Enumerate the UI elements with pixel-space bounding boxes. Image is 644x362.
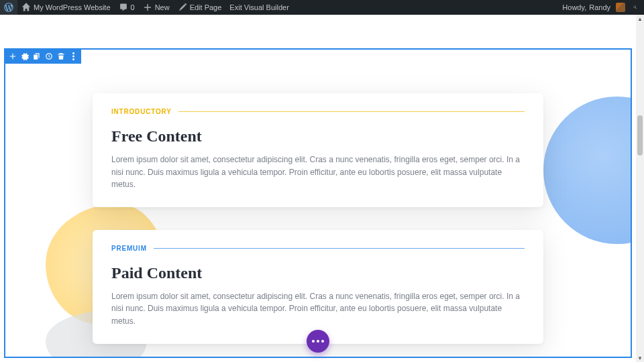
section-save-library-button[interactable] (44, 51, 54, 62)
new-label: New (155, 0, 170, 15)
pencil-icon (178, 3, 187, 12)
exit-vb-label: Exit Visual Builder (229, 0, 288, 15)
site-name-label: My WordPress Website (34, 0, 111, 15)
svg-point-2 (72, 58, 74, 60)
section-more-button[interactable] (68, 51, 78, 62)
dot-icon (321, 340, 324, 343)
section-duplicate-button[interactable] (32, 51, 42, 62)
section-settings-button[interactable] (19, 51, 30, 62)
card-body: Lorem ipsum dolor sit amet, consectetur … (111, 290, 525, 328)
site-name-menu[interactable]: My WordPress Website (17, 0, 115, 15)
plus-icon (143, 3, 152, 12)
howdy-account-menu[interactable]: Howdy, Randy (558, 0, 629, 15)
card-introductory[interactable]: INTRODUCTORY Free Content Lorem ipsum do… (93, 93, 543, 207)
section-delete-button[interactable] (56, 51, 66, 62)
dot-icon (317, 340, 319, 343)
section-controls-toolbar (5, 49, 81, 64)
eyebrow-row: PREMUIM (111, 245, 525, 252)
wp-admin-bar: My WordPress Website 0 New Edit Page Exi… (0, 0, 644, 15)
card-premium[interactable]: PREMUIM Paid Content Lorem ipsum dolor s… (93, 230, 543, 344)
eyebrow-label: INTRODUCTORY (111, 108, 172, 115)
eyebrow-label: PREMUIM (111, 245, 147, 252)
wordpress-icon (4, 3, 13, 12)
divider-line (154, 248, 525, 249)
comments-menu[interactable]: 0 (115, 0, 139, 15)
cards-column: INTRODUCTORY Free Content Lorem ipsum do… (5, 50, 631, 344)
admin-bar-search[interactable] (629, 0, 641, 15)
builder-canvas: INTRODUCTORY Free Content Lorem ipsum do… (0, 15, 636, 362)
comments-count: 0 (131, 0, 135, 15)
section-add-button[interactable] (7, 51, 18, 62)
scroll-down-arrow[interactable]: ▼ (636, 354, 644, 362)
dot-icon (312, 340, 315, 343)
svg-point-0 (72, 52, 74, 54)
howdy-username: Randy (589, 0, 610, 15)
scrollbar-thumb[interactable] (637, 115, 643, 156)
window-scrollbar[interactable]: ▲ ▼ (636, 15, 644, 362)
search-icon (633, 3, 637, 12)
divider-line (178, 111, 525, 112)
card-body: Lorem ipsum dolor sit amet, consectetur … (111, 154, 525, 191)
section-selected[interactable]: INTRODUCTORY Free Content Lorem ipsum do… (4, 48, 632, 358)
card-title: Free Content (111, 127, 525, 145)
new-menu[interactable]: New (139, 0, 174, 15)
avatar (616, 3, 625, 12)
exit-visual-builder[interactable]: Exit Visual Builder (225, 0, 292, 15)
home-icon (21, 3, 31, 12)
eyebrow-row: INTRODUCTORY (111, 108, 525, 115)
wp-logo-menu[interactable] (0, 0, 17, 15)
comment-icon (119, 3, 128, 12)
builder-fab-button[interactable] (307, 330, 329, 353)
svg-point-1 (72, 56, 74, 58)
card-title: Paid Content (111, 264, 525, 282)
edit-page-menu[interactable]: Edit Page (174, 0, 226, 15)
howdy-prefix: Howdy, (562, 0, 586, 15)
edit-page-label: Edit Page (190, 0, 222, 15)
scroll-up-arrow[interactable]: ▲ (636, 15, 644, 23)
